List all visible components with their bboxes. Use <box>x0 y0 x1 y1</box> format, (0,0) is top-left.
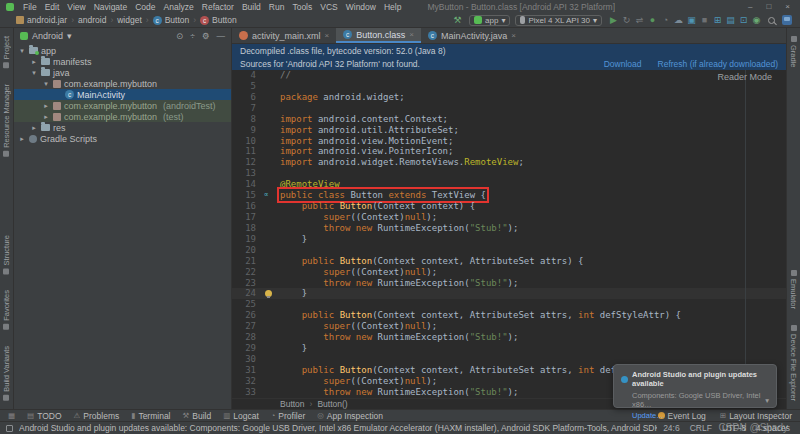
line-separator[interactable]: CRLF <box>690 423 712 433</box>
run-config-select[interactable]: app ▾ <box>469 15 510 26</box>
code-line[interactable]: 4// <box>232 70 786 81</box>
close-icon[interactable]: × <box>785 2 790 11</box>
menu-item-build[interactable]: Build <box>238 2 265 12</box>
code-line[interactable]: 17 super((Context)null); <box>232 212 786 223</box>
tree-item[interactable]: ▸manifests <box>14 56 231 67</box>
menu-item-analyze[interactable]: Analyze <box>160 2 198 12</box>
avd-manager-button[interactable]: ⊞ <box>711 15 724 26</box>
menu-item-help[interactable]: Help <box>380 2 405 12</box>
breadcrumb-item[interactable]: android.jar <box>16 15 67 25</box>
code-line[interactable]: 23 throw new RuntimeException("Stub!"); <box>232 278 786 289</box>
code-line[interactable]: 15∝public class Button extends TextView … <box>232 190 786 201</box>
tool-window-button-todo[interactable]: ▤TODO <box>27 411 62 421</box>
code-line[interactable]: 28 throw new RuntimeException("Stub!"); <box>232 332 786 343</box>
tree-item[interactable]: ▸com.example.mybutton(test) <box>14 111 231 122</box>
reader-mode-label[interactable]: Reader Mode <box>717 72 772 82</box>
run-button[interactable]: ▶ <box>607 15 620 26</box>
tool-stripe-resource-manager[interactable]: Resource Manager <box>2 84 11 157</box>
code-line[interactable]: 8import android.content.Context; <box>232 114 786 125</box>
caret-position[interactable]: 24:6 <box>663 423 680 433</box>
status-message[interactable]: Android Studio and plugin updates availa… <box>19 423 657 433</box>
tool-stripe-structure[interactable]: Structure <box>2 235 11 274</box>
code-editor[interactable]: 4//56package android.widget;78import and… <box>232 70 786 398</box>
tab-Button-class[interactable]: cButton.class× <box>336 28 421 43</box>
tool-window-switcher-icon[interactable]: ▦ <box>8 411 15 420</box>
code-line[interactable]: 25 <box>232 299 786 310</box>
code-line[interactable]: 16 public Button(Context context) { <box>232 201 786 212</box>
tool-stripe-favorites[interactable]: Favorites <box>2 290 11 330</box>
chevron-right-icon[interactable]: ▸ <box>30 58 38 66</box>
project-view-header[interactable]: Android ▾ ⊙ ÷ ⚙ — <box>14 28 231 43</box>
breadcrumb-item[interactable]: cButton <box>200 15 237 25</box>
tree-item[interactable]: ▾com.example.mybutton <box>14 78 231 89</box>
tool-window-button-app-inspection[interactable]: ◎App Inspection <box>317 411 383 421</box>
tool-window-button-profiler[interactable]: ◔Profiler <box>271 411 305 421</box>
code-line[interactable]: 10import android.view.MotionEvent; <box>232 136 786 147</box>
editor-breadcrumb-item[interactable]: Button <box>280 399 305 409</box>
gradle-sync-button[interactable]: ◉ <box>750 15 763 26</box>
debug-button[interactable]: ● <box>646 15 659 26</box>
editor-breadcrumb-item[interactable]: Button() <box>317 399 347 409</box>
maximize-icon[interactable]: □ <box>766 2 771 11</box>
breadcrumb-item[interactable]: android <box>78 15 106 25</box>
menu-item-vcs[interactable]: VCS <box>316 2 341 12</box>
code-line[interactable]: 11import android.view.PointerIcon; <box>232 146 786 157</box>
subclass-marker-icon[interactable]: ∝ <box>264 190 269 201</box>
chevron-right-icon[interactable]: ▸ <box>42 102 50 110</box>
menu-item-tools[interactable]: Tools <box>288 2 316 12</box>
profile-button[interactable]: ◔ <box>659 15 672 26</box>
sdk-manager-button[interactable]: ▤ <box>724 15 737 26</box>
close-icon[interactable]: × <box>325 31 330 40</box>
tool-window-button-terminal[interactable]: ▮Terminal <box>131 411 170 421</box>
tree-item[interactable]: ▾java <box>14 67 231 78</box>
locate-file-icon[interactable]: ⊙ <box>176 31 183 41</box>
code-line[interactable]: 19 } <box>232 234 786 245</box>
menu-item-window[interactable]: Window <box>342 2 380 12</box>
code-line[interactable]: 12import android.widget.RemoteViews.Remo… <box>232 157 786 168</box>
tab-activity_main-xml[interactable]: activity_main.xml× <box>232 28 336 43</box>
device-manager-button[interactable]: ▣ <box>685 15 698 26</box>
make-project-button[interactable]: ⚒ <box>451 15 464 26</box>
close-icon[interactable]: × <box>511 31 516 40</box>
collapse-all-icon[interactable]: ÷ <box>190 31 195 41</box>
tool-stripe-device-file-explorer[interactable]: Device File Explorer <box>789 325 798 401</box>
chevron-right-icon[interactable]: ▸ <box>18 135 26 143</box>
update-link[interactable]: Update… <box>632 411 769 420</box>
menu-item-run[interactable]: Run <box>265 2 289 12</box>
code-line[interactable]: 13 <box>232 168 786 179</box>
tree-item[interactable]: ▸com.example.mybutton(androidTest) <box>14 100 231 111</box>
menu-item-file[interactable]: File <box>19 2 41 12</box>
menu-item-navigate[interactable]: Navigate <box>90 2 132 12</box>
close-icon[interactable]: × <box>409 30 414 39</box>
chevron-down-icon[interactable]: ▾ <box>765 396 769 405</box>
code-line[interactable]: 7 <box>232 103 786 114</box>
download-link[interactable]: Download <box>604 59 642 69</box>
tree-item[interactable]: cMainActivity <box>14 89 231 100</box>
tool-stripe-build-variants[interactable]: Build Variants <box>2 346 11 401</box>
apply-changes-button[interactable]: ↻ <box>620 15 633 26</box>
code-line[interactable]: 27 super((Context)null); <box>232 321 786 332</box>
coverage-button[interactable]: ☁ <box>672 15 685 26</box>
code-line[interactable]: 9import android.util.AttributeSet; <box>232 125 786 136</box>
tool-window-button-logcat[interactable]: ▥Logcat <box>223 411 259 421</box>
device-select[interactable]: Pixel 4 XL API 30 ▾ <box>515 15 602 26</box>
notification-popup[interactable]: Android Studio and plugin updates availa… <box>613 364 777 408</box>
code-line[interactable]: 26 public Button(Context context, Attrib… <box>232 310 786 321</box>
code-line[interactable]: 29 } <box>232 343 786 354</box>
tree-item[interactable]: ▾app <box>14 45 231 56</box>
code-line[interactable]: 24 } <box>232 288 786 299</box>
tool-stripe-emulator[interactable]: Emulator <box>789 270 798 309</box>
code-line[interactable]: 20 <box>232 245 786 256</box>
code-line[interactable]: 21 public Button(Context context, Attrib… <box>232 256 786 267</box>
tab-MainActivity-java[interactable]: cMainActivity.java× <box>421 28 523 43</box>
intention-bulb-icon[interactable] <box>265 290 272 297</box>
menu-item-edit[interactable]: Edit <box>41 2 64 12</box>
apply-code-changes-button[interactable]: ⇌ <box>633 15 646 26</box>
chevron-down-icon[interactable]: ▾ <box>18 47 26 55</box>
menu-item-code[interactable]: Code <box>131 2 159 12</box>
chevron-right-icon[interactable]: ▸ <box>42 113 50 121</box>
code-line[interactable]: 18 throw new RuntimeException("Stub!"); <box>232 223 786 234</box>
menu-item-view[interactable]: View <box>63 2 89 12</box>
hide-panel-icon[interactable]: — <box>217 31 226 41</box>
breadcrumb-item[interactable]: cButton <box>153 15 190 25</box>
